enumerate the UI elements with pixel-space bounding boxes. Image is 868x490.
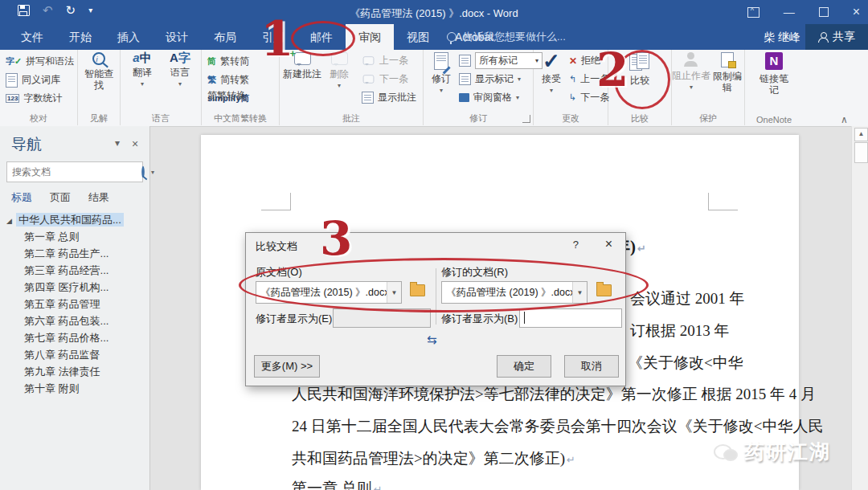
collapse-ribbon-icon[interactable]: ∧: [841, 114, 848, 125]
group-insights: i 智能查找 见解: [78, 50, 121, 125]
group-label-tracking: 修订: [424, 112, 533, 125]
tab-layout[interactable]: 布局: [201, 24, 249, 50]
tell-me-text: 告诉我您想要做什么...: [463, 30, 566, 44]
reviewing-pane-button[interactable]: 审阅窗格▾: [459, 88, 542, 107]
collapse-triangle-icon[interactable]: ◢: [6, 213, 12, 228]
more-button[interactable]: 更多(M) >>: [254, 355, 320, 378]
restrict-editing-button[interactable]: 限制编辑: [709, 52, 746, 93]
spelling-grammar-button[interactable]: 字✓ 拼写和语法: [0, 52, 77, 71]
display-for-review-combo[interactable]: 所有标记 ▾: [475, 52, 542, 69]
thesaurus-icon: [6, 73, 18, 88]
tree-item-root[interactable]: ◢中华人民共和国药品...: [0, 211, 149, 228]
paragraph-mark: ↵: [637, 243, 646, 255]
spellcheck-icon: 字✓: [6, 55, 22, 67]
vertical-scrollbar[interactable]: ▲: [851, 126, 868, 490]
tree-item[interactable]: 第二章 药品生产...: [0, 245, 149, 262]
word-window: ↶ ↻ ▾ 《药品管理法 (2015) 》.docx - Word — × 文件…: [0, 0, 868, 490]
tab-view[interactable]: 视图: [394, 24, 442, 50]
share-button[interactable]: 共享: [805, 24, 868, 50]
simplified-icon: 简: [207, 55, 216, 67]
translate-button[interactable]: a中 翻译 ▾: [125, 52, 160, 90]
accept-button[interactable]: ✓ 接受 ▾: [535, 52, 567, 96]
search-icon[interactable]: [141, 166, 145, 178]
group-label-compare: 比较: [608, 112, 671, 125]
tree-item[interactable]: 第一章 总则: [0, 228, 149, 245]
minimize-button[interactable]: —: [784, 6, 795, 18]
tab-home[interactable]: 开始: [56, 24, 104, 50]
language-button[interactable]: A字 语言 ▾: [162, 52, 198, 90]
linked-notes-button[interactable]: N 链接笔记: [755, 52, 792, 96]
group-tracking: 修订 ▾ 所有标记 ▾ 显示标记▾ 审阅窗格▾ 修订: [424, 50, 534, 125]
group-label-proofing: 校对: [0, 112, 77, 125]
ribbon-display-options-icon[interactable]: [747, 7, 760, 18]
track-changes-button[interactable]: 修订 ▾: [425, 52, 457, 96]
swap-documents-icon[interactable]: ⇆: [427, 333, 437, 347]
annotation-ellipse-file-pickers: [239, 258, 649, 312]
close-button[interactable]: ×: [853, 5, 860, 19]
tab-insert[interactable]: 插入: [104, 24, 153, 50]
next-comment-button[interactable]: 下一条: [356, 70, 416, 88]
help-icon[interactable]: ?: [573, 239, 579, 251]
watermark: 药研江湖: [714, 439, 831, 465]
convert-label-row[interactable]: 简繁转换: [202, 87, 246, 105]
tree-item[interactable]: 第九章 法律责任: [0, 363, 149, 380]
ok-button[interactable]: 确定: [497, 355, 551, 378]
word-count-button[interactable]: 123 字数统计: [0, 89, 77, 108]
tree-item[interactable]: 第六章 药品包装...: [0, 312, 149, 329]
maximize-button[interactable]: [819, 7, 829, 17]
smart-lookup-button[interactable]: i 智能查找: [80, 52, 117, 91]
group-label-language: 语言: [121, 112, 201, 125]
markup-icon: [459, 55, 471, 67]
delete-comment-button[interactable]: 删除 ▾: [325, 52, 354, 92]
show-markup-button[interactable]: 显示标记▾: [459, 70, 542, 88]
revised-author-input[interactable]: [519, 308, 622, 328]
word-count-icon: 123: [6, 94, 19, 103]
account-name[interactable]: 柴 继峰: [764, 24, 800, 50]
previous-comment-icon: [363, 56, 375, 64]
dialog-close-icon[interactable]: ×: [605, 237, 612, 251]
nav-options-icon[interactable]: ▾: [115, 137, 120, 149]
tree-item[interactable]: 第三章 药品经营...: [0, 262, 149, 279]
paragraph-mark: ↵: [374, 484, 383, 490]
markup-options-row: 所有标记 ▾: [459, 51, 542, 70]
nav-tab-results[interactable]: 结果: [88, 190, 109, 205]
tree-item[interactable]: 第七章 药品价格...: [0, 329, 149, 346]
label-unmarked-changes: 修订者显示为(E): [256, 312, 332, 326]
tree-item[interactable]: 第五章 药品管理: [0, 296, 149, 312]
thesaurus-button[interactable]: 同义词库: [0, 71, 77, 89]
document-text-line: 人民共和国海洋环境保护法>等七部法律的决定》第一次修正 根据 2015 年 4 …: [292, 384, 816, 405]
tell-me-box[interactable]: 告诉我您想要做什么...: [447, 24, 566, 50]
share-person-icon: [818, 32, 828, 42]
search-input[interactable]: [7, 166, 141, 178]
nav-tabs: 标题 页面 结果: [11, 190, 109, 205]
reject-icon: ✕: [569, 55, 577, 67]
previous-change-icon: ↰: [569, 74, 576, 84]
window-controls: — ×: [747, 0, 860, 24]
scroll-up-icon[interactable]: ▲: [854, 128, 868, 141]
nav-close-icon[interactable]: ×: [132, 137, 138, 150]
show-comments-button[interactable]: 显示批注: [356, 88, 416, 107]
headings-tree: ◢中华人民共和国药品... 第一章 总则 第二章 药品生产... 第三章 药品经…: [0, 211, 149, 397]
tree-item[interactable]: 第八章 药品监督: [0, 346, 149, 363]
text-caret: [524, 312, 525, 324]
cancel-button[interactable]: 取消: [564, 355, 619, 378]
group-comments: + 新建批注 删除 ▾ 上一条 下一条 显示批注 批注: [280, 50, 424, 125]
search-options-icon[interactable]: ▾: [151, 169, 154, 176]
annotation-step-2: 2: [596, 47, 628, 93]
tab-design[interactable]: 设计: [153, 24, 201, 50]
group-label-protect: 保护: [672, 112, 744, 125]
tab-file[interactable]: 文件: [8, 24, 56, 50]
annotation-step-1: 1: [260, 14, 294, 63]
onenote-icon: N: [765, 52, 783, 70]
scrollbar-thumb[interactable]: [854, 142, 868, 163]
smart-lookup-icon: i: [92, 52, 105, 65]
tree-item[interactable]: 第十章 附则: [0, 380, 149, 397]
previous-comment-button[interactable]: 上一条: [356, 51, 416, 70]
document-text-fragment: 订根据 2013 年: [630, 321, 730, 341]
tree-item[interactable]: 第四章 医疗机构...: [0, 279, 149, 296]
group-protect: 阻止作者 ▾ 限制编辑 保护: [672, 50, 745, 125]
nav-tab-headings[interactable]: 标题: [11, 190, 32, 205]
block-authors-button[interactable]: 阻止作者 ▾: [672, 52, 710, 93]
wechat-icon: [714, 443, 738, 462]
nav-tab-pages[interactable]: 页面: [50, 190, 71, 205]
